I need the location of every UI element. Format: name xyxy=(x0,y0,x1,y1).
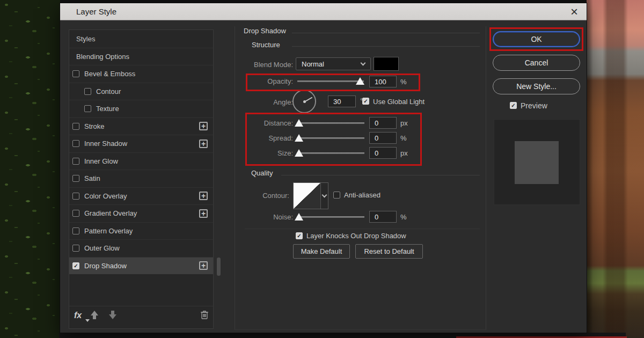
chevron-down-icon xyxy=(322,193,327,198)
knockout-checkbox[interactable]: ✓ xyxy=(296,232,303,239)
make-default-button[interactable]: Make Default xyxy=(293,244,350,259)
divider xyxy=(292,46,480,47)
sidebar-item-label: Outer Glow xyxy=(84,244,120,252)
use-global-light-label: Use Global Light xyxy=(373,98,425,106)
distance-slider-thumb[interactable] xyxy=(295,119,303,127)
contour-picker[interactable] xyxy=(293,182,328,209)
sidebar-item-label: Satin xyxy=(84,174,100,182)
move-up-icon[interactable] xyxy=(91,310,98,320)
preview-layer-square xyxy=(515,141,559,184)
plus-icon[interactable]: + xyxy=(199,139,208,148)
knockout-label: Layer Knocks Out Drop Shadow xyxy=(306,232,406,240)
noise-value-input[interactable]: 0 xyxy=(369,211,397,223)
checkbox-unchecked-icon[interactable] xyxy=(72,193,79,200)
sidebar-item-drop-shadow[interactable]: ✓Drop Shadow+ xyxy=(69,257,213,275)
fx-icon[interactable]: fx xyxy=(74,311,82,320)
anti-aliased-label: Anti-aliased xyxy=(344,191,380,199)
sidebar-item-stroke[interactable]: Stroke+ xyxy=(69,117,213,135)
distance-slider-track[interactable] xyxy=(297,122,364,124)
plus-icon[interactable]: + xyxy=(199,261,208,270)
cancel-button[interactable]: Cancel xyxy=(493,55,580,71)
plus-icon[interactable]: + xyxy=(199,122,208,130)
noise-slider-track[interactable] xyxy=(297,216,364,218)
checkbox-unchecked-icon[interactable] xyxy=(72,140,79,147)
distance-unit: px xyxy=(400,119,408,127)
sidebar-item-contour[interactable]: Contour xyxy=(69,83,213,100)
opacity-label: Opacity: xyxy=(235,77,293,85)
distance-value-input[interactable]: 0 xyxy=(369,117,397,129)
sidebar-item-pattern-overlay[interactable]: Pattern Overlay xyxy=(69,222,213,240)
plus-icon[interactable]: + xyxy=(199,192,208,200)
sidebar-item-label: Inner Shadow xyxy=(84,139,127,148)
sidebar-item-texture[interactable]: Texture xyxy=(69,100,213,117)
angle-dial[interactable] xyxy=(292,90,316,113)
sidebar-item-color-overlay[interactable]: Color Overlay+ xyxy=(69,187,213,205)
preview-label: Preview xyxy=(521,101,547,110)
ok-button[interactable]: OK xyxy=(493,31,580,47)
spread-slider-track[interactable] xyxy=(297,137,364,139)
size-slider-thumb[interactable] xyxy=(295,149,303,157)
checkbox-unchecked-icon[interactable] xyxy=(72,210,79,217)
sidebar-item-label: Pattern Overlay xyxy=(84,227,133,235)
scrollbar-thumb[interactable] xyxy=(217,258,221,276)
noise-slider-thumb[interactable] xyxy=(295,213,303,221)
spread-slider-thumb[interactable] xyxy=(295,134,303,142)
sidebar-item-gradient-overlay[interactable]: Gradient Overlay+ xyxy=(69,204,213,222)
checkbox-checked-icon[interactable]: ✓ xyxy=(72,262,79,269)
plus-icon[interactable]: + xyxy=(199,209,208,218)
noise-unit: % xyxy=(400,213,407,221)
checkbox-unchecked-icon[interactable] xyxy=(72,245,79,252)
reset-to-default-button[interactable]: Reset to Default xyxy=(355,244,423,259)
sidebar-item-label: Inner Glow xyxy=(84,157,118,165)
checkbox-unchecked-icon[interactable] xyxy=(72,158,79,165)
sidebar-footer: fx xyxy=(69,306,213,325)
checkbox-unchecked-icon[interactable] xyxy=(72,123,79,130)
checkbox-unchecked-icon[interactable] xyxy=(72,70,79,77)
preview-checkbox[interactable]: ✓ xyxy=(510,102,517,109)
sidebar-item-satin[interactable]: Satin xyxy=(69,170,213,187)
contour-dropdown[interactable] xyxy=(320,183,328,209)
angle-value-input[interactable]: 30 xyxy=(328,95,356,107)
background-photo-foliage xyxy=(0,0,60,338)
trash-icon[interactable] xyxy=(200,310,209,322)
move-down-icon[interactable] xyxy=(109,310,116,320)
sidebar-item-label: Contour xyxy=(96,87,121,95)
close-icon[interactable]: × xyxy=(570,4,578,19)
sidebar-item-label: Stroke xyxy=(84,122,105,130)
opacity-value-input[interactable]: 100 xyxy=(369,76,397,87)
blend-mode-value: Normal xyxy=(302,60,324,68)
size-value-input[interactable]: 0 xyxy=(369,147,397,159)
sidebar-item-label: Texture xyxy=(96,105,119,113)
fx-caret-icon xyxy=(85,319,90,322)
blend-mode-dropdown[interactable]: Normal xyxy=(296,57,371,70)
use-global-light-checkbox[interactable]: ✓ xyxy=(362,98,369,105)
new-style-button[interactable]: New Style... xyxy=(493,78,580,94)
opacity-slider-track[interactable] xyxy=(297,80,364,82)
checkbox-unchecked-icon[interactable] xyxy=(84,88,91,95)
opacity-slider-thumb[interactable] xyxy=(356,77,364,85)
sidebar-item-label: Gradient Overlay xyxy=(84,209,137,217)
checkbox-unchecked-icon[interactable] xyxy=(72,227,79,234)
sidebar-item-label: Bevel & Emboss xyxy=(84,70,135,78)
checkbox-unchecked-icon[interactable] xyxy=(84,105,91,112)
sidebar-item-outer-glow[interactable]: Outer Glow xyxy=(69,239,213,257)
anti-aliased-checkbox[interactable] xyxy=(333,192,340,199)
size-unit: px xyxy=(400,149,408,157)
sidebar-item-inner-shadow[interactable]: Inner Shadow+ xyxy=(69,135,213,152)
spread-value-input[interactable]: 0 xyxy=(369,132,397,144)
contour-label: Contour: xyxy=(235,192,289,200)
angle-label: Angle: xyxy=(235,98,293,106)
shadow-color-swatch[interactable] xyxy=(374,57,399,71)
size-slider-track[interactable] xyxy=(297,152,364,154)
spread-unit: % xyxy=(400,134,407,142)
sidebar-item-blending-options[interactable]: Blending Options xyxy=(69,48,213,65)
blend-mode-label: Blend Mode: xyxy=(235,61,293,69)
checkbox-unchecked-icon[interactable] xyxy=(72,175,79,182)
contour-preview xyxy=(294,183,320,209)
divider xyxy=(281,175,480,175)
divider xyxy=(292,33,480,33)
sidebar-item-styles[interactable]: Styles xyxy=(69,30,213,48)
sidebar-item-inner-glow[interactable]: Inner Glow xyxy=(69,152,213,170)
dialog-titlebar[interactable]: Layer Style × xyxy=(60,3,587,20)
sidebar-item-bevel-emboss[interactable]: Bevel & Emboss xyxy=(69,65,213,83)
